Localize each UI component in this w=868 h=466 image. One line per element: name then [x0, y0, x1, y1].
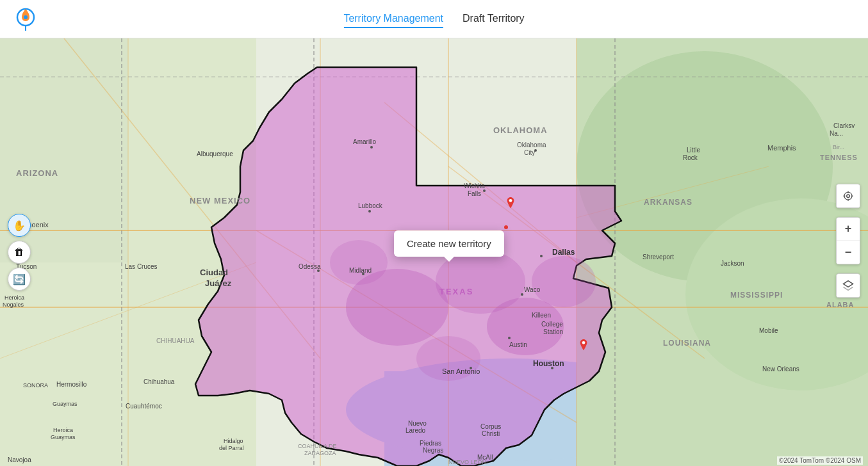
- svg-text:Jackson: Jackson: [721, 260, 744, 267]
- svg-text:Ciudad: Ciudad: [200, 268, 228, 277]
- svg-point-40: [370, 146, 373, 149]
- header: Territory Management Draft Territory: [0, 0, 868, 38]
- svg-text:Killeen: Killeen: [532, 312, 551, 319]
- svg-text:Mobile: Mobile: [759, 327, 778, 334]
- svg-point-35: [540, 255, 543, 257]
- svg-text:del Parral: del Parral: [219, 445, 244, 451]
- svg-text:Guaymas: Guaymas: [51, 434, 76, 440]
- svg-point-34: [504, 225, 508, 229]
- svg-text:ARKANSAS: ARKANSAS: [644, 198, 692, 207]
- svg-point-41: [368, 210, 371, 213]
- svg-text:Laredo: Laredo: [405, 427, 426, 434]
- svg-text:Memphis: Memphis: [767, 144, 796, 152]
- svg-text:Corpus: Corpus: [480, 423, 501, 430]
- svg-text:Navojoa: Navojoa: [8, 456, 31, 463]
- svg-text:Amarillo: Amarillo: [353, 138, 377, 145]
- create-territory-label: Create new territory: [407, 238, 491, 249]
- svg-point-113: [509, 199, 512, 202]
- hand-tool-button[interactable]: ✋: [8, 214, 31, 237]
- refresh-button[interactable]: 🔄: [8, 268, 31, 291]
- location-button[interactable]: [837, 184, 860, 207]
- svg-text:Lubbock: Lubbock: [358, 202, 383, 209]
- svg-text:Shreveport: Shreveport: [643, 253, 674, 261]
- svg-text:Negras: Negras: [423, 447, 443, 454]
- svg-point-33: [330, 240, 388, 285]
- svg-point-114: [582, 341, 585, 344]
- tab-territory-management[interactable]: Territory Management: [343, 10, 443, 28]
- svg-text:Piedras: Piedras: [420, 440, 441, 447]
- svg-point-1: [24, 15, 28, 19]
- map-attribution: ©2024 TomTom ©2024 OSM: [777, 456, 863, 465]
- app-logo[interactable]: [13, 6, 38, 32]
- svg-text:Nuevo: Nuevo: [408, 420, 427, 427]
- svg-text:OKLAHOMA: OKLAHOMA: [493, 125, 548, 135]
- svg-text:ZARAGOZA: ZARAGOZA: [304, 450, 336, 456]
- nav-tabs: Territory Management Draft Territory: [343, 10, 524, 28]
- svg-text:Christi: Christi: [482, 430, 500, 437]
- svg-point-45: [483, 189, 486, 192]
- svg-text:TEXAS: TEXAS: [439, 287, 473, 296]
- svg-text:Dallas: Dallas: [552, 248, 575, 257]
- svg-text:Cuauhtémoc: Cuauhtémoc: [126, 403, 162, 410]
- svg-text:TENNESS: TENNESS: [820, 154, 858, 161]
- svg-text:Clarksv: Clarksv: [833, 122, 855, 129]
- svg-text:Houston: Houston: [533, 359, 564, 368]
- svg-text:Falls: Falls: [468, 190, 481, 197]
- svg-text:Austin: Austin: [509, 341, 527, 348]
- svg-text:College: College: [541, 321, 563, 328]
- svg-text:NEW MEXICO: NEW MEXICO: [190, 196, 250, 205]
- svg-point-111: [844, 192, 852, 200]
- svg-point-36: [521, 293, 523, 296]
- svg-text:ARIZONA: ARIZONA: [16, 168, 58, 178]
- tab-draft-territory[interactable]: Draft Territory: [463, 10, 525, 28]
- svg-text:Little: Little: [687, 147, 701, 154]
- svg-text:COAHUILA DE: COAHUILA DE: [298, 443, 337, 449]
- svg-text:Heroica: Heroica: [53, 427, 73, 433]
- zoom-in-button[interactable]: +: [837, 218, 860, 241]
- svg-text:McAll: McAll: [477, 454, 493, 461]
- svg-text:LOUISIANA: LOUISIANA: [663, 339, 711, 348]
- zoom-out-button[interactable]: −: [837, 241, 860, 264]
- svg-text:New Orleans: New Orleans: [762, 366, 799, 373]
- svg-text:City: City: [524, 149, 535, 156]
- svg-text:Chihuahua: Chihuahua: [143, 378, 175, 385]
- svg-point-37: [508, 337, 511, 339]
- svg-text:Hermosillo: Hermosillo: [56, 381, 87, 388]
- svg-text:MISSISSIPPI: MISSISSIPPI: [730, 291, 783, 300]
- layers-control-group: [836, 273, 860, 298]
- map-container[interactable]: Dallas Waco Austin Houston San Antonio A…: [0, 38, 868, 466]
- svg-text:CHIHUAHUA: CHIHUAHUA: [156, 337, 195, 344]
- svg-text:SONORA: SONORA: [23, 382, 48, 389]
- svg-text:Heroica: Heroica: [4, 294, 24, 301]
- svg-text:Wichita: Wichita: [464, 182, 485, 189]
- map-pin-1[interactable]: [505, 197, 516, 210]
- svg-text:Hidalgo: Hidalgo: [224, 438, 243, 444]
- zoom-controls-group: + −: [836, 217, 860, 264]
- svg-text:Rock: Rock: [683, 154, 698, 161]
- svg-text:Odessa: Odessa: [299, 263, 321, 270]
- svg-text:Las Cruces: Las Cruces: [125, 263, 158, 270]
- svg-text:ALABA: ALABA: [826, 301, 855, 309]
- left-toolbar: ✋ 🗑 🔄: [8, 214, 31, 291]
- svg-text:Bir...: Bir...: [833, 144, 844, 150]
- svg-text:Albuquerque: Albuquerque: [197, 150, 233, 157]
- svg-point-32: [532, 256, 596, 307]
- svg-text:Na...: Na...: [830, 130, 843, 137]
- svg-marker-112: [844, 281, 853, 287]
- layers-button[interactable]: [837, 274, 860, 297]
- svg-text:Nogales: Nogales: [3, 301, 24, 308]
- create-territory-popup[interactable]: Create new territory: [394, 230, 504, 257]
- svg-text:Station: Station: [543, 328, 563, 335]
- map-controls-group: [836, 184, 860, 208]
- svg-text:Waco: Waco: [524, 286, 541, 293]
- map-pin-2[interactable]: [578, 339, 589, 352]
- svg-text:Midland: Midland: [349, 267, 372, 274]
- right-toolbar: + −: [836, 184, 860, 298]
- svg-text:San Antonio: San Antonio: [442, 367, 480, 375]
- svg-point-110: [847, 195, 850, 198]
- delete-button[interactable]: 🗑: [8, 241, 31, 264]
- svg-text:Oklahoma: Oklahoma: [517, 141, 546, 149]
- svg-text:Guaymas: Guaymas: [53, 401, 78, 407]
- svg-text:Juárez: Juárez: [205, 278, 232, 288]
